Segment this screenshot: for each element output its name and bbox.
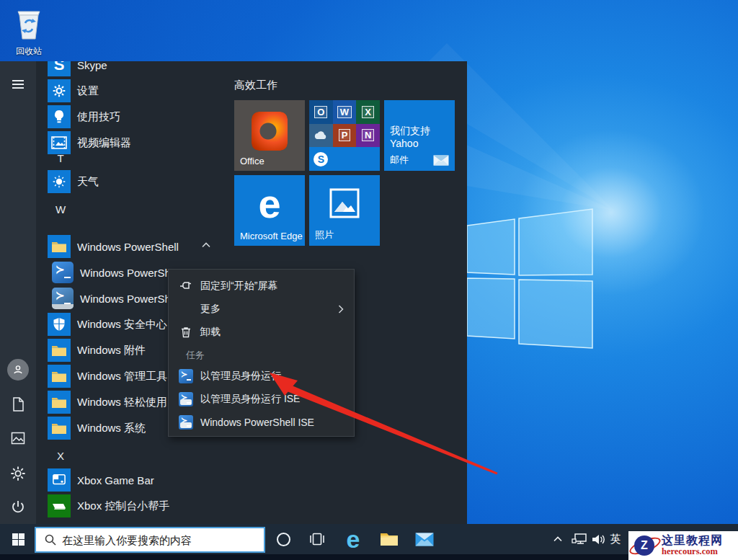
pictures-button[interactable] [0, 422, 36, 454]
mail-promo-text: 我们支持 Yahoo [390, 125, 455, 149]
taskbar-search[interactable] [35, 527, 265, 553]
edge-icon: e [347, 525, 360, 554]
settings-gear-icon [10, 466, 26, 481]
mail-icon [415, 533, 434, 546]
powershell-ise-icon [179, 415, 193, 430]
site-watermark: Z 这里教程网 herecours.com [628, 531, 738, 560]
section-letter-T[interactable]: T [48, 145, 74, 171]
tile-mail[interactable]: 我们支持 Yahoo 邮件 [384, 100, 455, 171]
folder-icon [48, 391, 71, 414]
recycle-bin-shortcut[interactable]: 回收站 [7, 6, 50, 58]
section-letter-X[interactable]: X [48, 443, 74, 468]
settings-button[interactable] [0, 458, 36, 489]
pictures-icon [11, 432, 25, 445]
volume-tray-button[interactable] [589, 524, 609, 554]
network-tray-button[interactable] [569, 524, 590, 554]
folder-icon [48, 417, 71, 440]
screen: 回收站 [0, 0, 738, 560]
menu-section-tasks: 任务 [186, 349, 205, 362]
task-view-button[interactable] [303, 524, 332, 554]
section-letter-W[interactable]: W [48, 196, 74, 222]
folder-icon [48, 235, 71, 258]
speaker-icon [592, 533, 606, 546]
menu-item-run-as-administrator-ise[interactable]: 以管理员身份运行 ISE [169, 388, 354, 410]
shield-icon [48, 313, 71, 336]
tile-group-title[interactable]: 高效工作 [234, 79, 277, 92]
document-icon [12, 397, 25, 412]
menu-item-run-as-administrator[interactable]: 以管理员身份运行 [169, 365, 354, 387]
sun-icon [48, 170, 71, 193]
tile-microsoft-edge[interactable]: e Microsoft Edge [234, 175, 305, 246]
user-avatar-icon [7, 359, 29, 381]
gear-icon [48, 79, 71, 102]
group-windows-powershell[interactable]: Windows PowerShell [36, 234, 223, 259]
start-button[interactable] [6, 524, 30, 554]
skype-icon: S [48, 61, 71, 76]
start-menu-rail [0, 61, 36, 524]
app-tips[interactable]: 使用技巧 [36, 104, 223, 130]
file-explorer-icon [380, 532, 399, 547]
menu-item-uninstall[interactable]: 卸载 [169, 321, 354, 343]
wallpaper-glow [517, 130, 705, 295]
menu-item-more[interactable]: 更多 [169, 298, 354, 320]
powershell-x86-icon [52, 288, 74, 309]
language-indicator[interactable]: 英 [607, 524, 624, 554]
powershell-icon [52, 262, 74, 283]
search-input[interactable] [62, 534, 242, 546]
menu-item-pin-to-start[interactable]: 固定到“开始”屏幕 [169, 275, 354, 297]
pin-icon [179, 279, 193, 293]
documents-button[interactable] [0, 388, 36, 420]
taskbar: e 英 [0, 524, 738, 560]
expand-menu-button[interactable] [0, 68, 36, 100]
windows-logo-icon [12, 533, 25, 546]
app-xbox-game-bar[interactable]: Xbox Game Bar [36, 467, 223, 493]
hamburger-icon [11, 79, 25, 90]
search-icon [45, 534, 56, 546]
menu-item-windows-powershell-ise[interactable]: Windows PowerShell ISE [169, 412, 354, 433]
folder-icon [48, 365, 71, 388]
outlook-icon: O [309, 100, 333, 124]
file-explorer-button[interactable] [375, 524, 404, 554]
taskbar-edge-button[interactable]: e [339, 524, 368, 554]
mail-button[interactable] [410, 524, 439, 554]
cortana-button[interactable] [270, 524, 297, 554]
tray-expand-button[interactable] [548, 524, 568, 554]
app-weather[interactable]: 天气 [36, 169, 223, 195]
trash-icon [179, 325, 193, 339]
folder-icon [48, 339, 71, 362]
powerpoint-icon: P [333, 124, 357, 148]
network-icon [572, 533, 587, 546]
recycle-bin-label: 回收站 [7, 45, 50, 58]
chevron-up-icon [554, 536, 562, 542]
photos-icon [329, 188, 360, 218]
xbox-console-icon [48, 494, 71, 517]
cortana-icon [277, 533, 290, 546]
powershell-icon [179, 369, 193, 383]
onenote-icon: N [356, 124, 380, 148]
power-icon [11, 499, 25, 514]
excel-icon: X [356, 100, 380, 124]
edge-logo-icon: e [234, 181, 305, 227]
app-skype[interactable]: S Skype [36, 61, 223, 78]
app-xbox-console-companion[interactable]: Xbox 控制台小帮手 [36, 493, 223, 519]
onedrive-icon [309, 124, 333, 148]
tile-office[interactable]: Office [234, 100, 305, 171]
tile-photos[interactable]: 照片 [309, 175, 380, 246]
office-apps-grid: O W X P N S [309, 100, 380, 171]
lightbulb-icon [48, 105, 71, 128]
user-account-button[interactable] [0, 354, 36, 386]
powershell-ise-icon [179, 392, 193, 406]
recycle-bin-icon [13, 6, 45, 42]
app-settings[interactable]: 设置 [36, 78, 223, 104]
xbox-gamebar-icon [48, 468, 71, 492]
word-icon: W [333, 100, 357, 124]
office-logo-icon [252, 112, 288, 151]
watermark-logo-icon: Z [631, 533, 659, 559]
tile-office-apps[interactable]: O W X P N S [309, 100, 380, 171]
watermark-domain: herecours.com [662, 547, 723, 556]
power-button[interactable] [0, 491, 36, 523]
skype-mini-icon: S [309, 147, 333, 171]
powershell-context-menu: 固定到“开始”屏幕 更多 卸载 任务 以管理员身份运行 以管理员身份运行 ISE… [168, 269, 355, 437]
task-view-icon [309, 533, 325, 546]
chevron-up-icon [202, 242, 210, 248]
